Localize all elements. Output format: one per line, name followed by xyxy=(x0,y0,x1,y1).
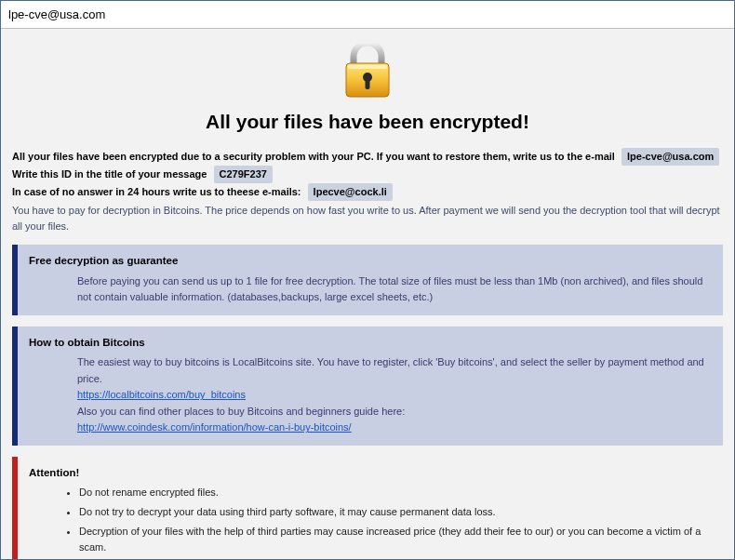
email-pill-2: lpecve@cock.li xyxy=(308,183,393,201)
attention-panel: Attention! Do not rename encrypted files… xyxy=(12,457,723,559)
window-title: lpe-cve@usa.com xyxy=(8,7,105,21)
obtain-link-1[interactable]: https://localbitcoins.com/buy_bitcoins xyxy=(77,389,246,400)
headline: All your files have been encrypted! xyxy=(12,111,723,133)
intro-line-2: Write this ID in the title of your messa… xyxy=(12,166,723,183)
obtain-link-2[interactable]: http://www.coindesk.com/information/how-… xyxy=(77,421,352,433)
svg-rect-3 xyxy=(366,79,370,89)
attention-title: Attention! xyxy=(29,464,714,481)
obtain-body2: Also you can find other places to buy Bi… xyxy=(77,404,714,420)
intro-block: All your files have been encrypted due t… xyxy=(12,148,723,233)
attention-list: Do not rename encrypted files. Do not tr… xyxy=(62,485,714,555)
afterpay-text: You have to pay for decryption in Bitcoi… xyxy=(12,203,723,233)
obtain-body: The easiest way to buy bitcoins is Local… xyxy=(29,354,714,436)
intro-line3-text: In case of no answer in 24 hours write u… xyxy=(12,186,301,197)
ransom-window: lpe-cve@usa.com xyxy=(0,0,735,560)
svg-rect-1 xyxy=(348,65,387,69)
guarantee-title: Free decryption as guarantee xyxy=(29,252,714,269)
obtain-body1: The easiest way to buy bitcoins is Local… xyxy=(77,354,714,387)
guarantee-panel: Free decryption as guarantee Before payi… xyxy=(12,245,723,315)
guarantee-body: Before paying you can send us up to 1 fi… xyxy=(29,273,714,306)
attention-item: Decryption of your files with the help o… xyxy=(79,524,714,556)
content-area: All your files have been encrypted! All … xyxy=(1,29,734,559)
intro-line2-text: Write this ID in the title of your messa… xyxy=(12,168,207,180)
intro-line1-text: All your files have been encrypted due t… xyxy=(12,151,615,162)
obtain-title: How to obtain Bitcoins xyxy=(29,334,714,351)
lock-icon xyxy=(341,40,394,100)
attention-item: Do not rename encrypted files. xyxy=(79,485,714,501)
attention-item: Do not try to decrypt your data using th… xyxy=(79,504,714,521)
email-pill-1: lpe-cve@usa.com xyxy=(621,148,719,166)
obtain-panel: How to obtain Bitcoins The easiest way t… xyxy=(12,327,723,446)
id-pill: C279F237 xyxy=(214,166,273,183)
intro-line-1: All your files have been encrypted due t… xyxy=(12,148,723,166)
lock-icon-wrap xyxy=(12,40,723,103)
intro-line-3: In case of no answer in 24 hours write u… xyxy=(12,183,723,201)
attention-body: Do not rename encrypted files. Do not tr… xyxy=(29,485,714,555)
titlebar: lpe-cve@usa.com xyxy=(1,1,734,29)
